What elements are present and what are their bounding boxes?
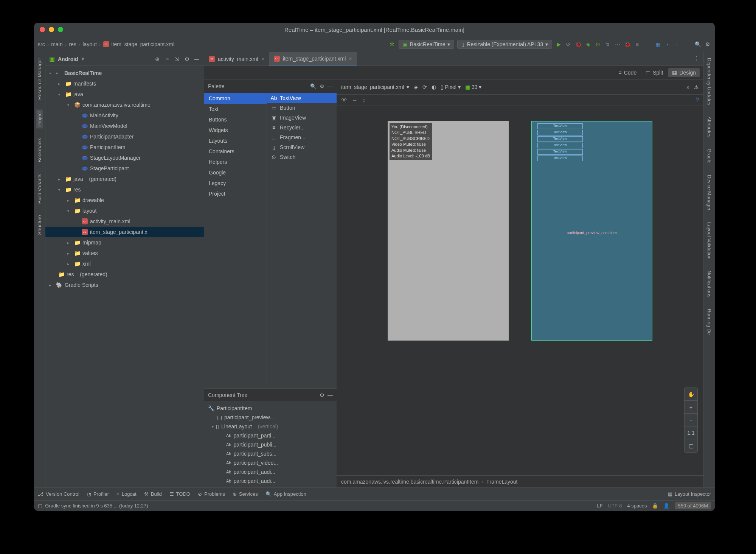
search-icon[interactable]: 🔍: [694, 41, 701, 48]
canvas-breadcrumb-item[interactable]: com.amazonaws.ivs.realtime.basicrealtime…: [341, 479, 478, 485]
collapse-all-icon[interactable]: ⇲: [174, 56, 180, 62]
tool-tab-attributes[interactable]: Attributes: [706, 115, 713, 139]
canvas-breadcrumb-item[interactable]: FrameLayout: [486, 479, 517, 485]
tree-folder[interactable]: res: [73, 187, 81, 193]
eye-icon[interactable]: 👁: [341, 97, 347, 104]
version-control-button[interactable]: ⎇Version Control: [38, 491, 79, 497]
project-view-label[interactable]: Android: [58, 56, 78, 62]
design-view-button[interactable]: ▦Design: [668, 68, 700, 77]
tree-class[interactable]: ParticipantAdapter: [90, 134, 134, 140]
tree-file[interactable]: activity_main.xml: [90, 218, 130, 224]
indent-settings[interactable]: 4 spaces: [627, 503, 647, 509]
services-button[interactable]: ⊕Services: [233, 491, 258, 497]
inspection-icon[interactable]: 👤: [663, 503, 669, 509]
tool-tab-bookmarks[interactable]: Bookmarks: [36, 136, 43, 164]
tree-folder[interactable]: drawable: [82, 197, 104, 203]
zoom-fit-button[interactable]: ▢: [685, 439, 697, 452]
device-dropdown[interactable]: ▯Pixel▾: [441, 84, 461, 90]
palette-category[interactable]: Buttons: [204, 114, 267, 125]
orientation-icon[interactable]: ⟳: [422, 84, 427, 90]
sdk-manager-icon[interactable]: ▪: [664, 41, 671, 48]
expand-all-icon[interactable]: ≡: [164, 56, 171, 62]
more-icon[interactable]: ⋮: [690, 55, 703, 62]
help-icon[interactable]: ?: [695, 97, 699, 104]
minimize-panel-icon[interactable]: —: [328, 83, 333, 89]
hammer-icon[interactable]: ⚒: [389, 41, 396, 48]
tree-class[interactable]: MainActivity: [90, 112, 118, 118]
palette-category[interactable]: Helpers: [204, 157, 267, 167]
debug-button[interactable]: 🐞: [575, 41, 582, 48]
tool-tab-build-variants[interactable]: Build Variants: [36, 172, 43, 205]
zoom-out-button[interactable]: −: [685, 414, 697, 426]
memory-indicator[interactable]: 559 of 4096M: [675, 502, 711, 509]
minimize-panel-icon[interactable]: —: [328, 392, 333, 398]
tool-tab-gradle[interactable]: Gradle: [706, 147, 713, 165]
palette-category[interactable]: Google: [204, 167, 267, 178]
palette-category[interactable]: Common: [204, 93, 267, 104]
close-icon[interactable]: ×: [349, 56, 352, 62]
search-icon[interactable]: 🔍: [310, 83, 317, 89]
palette-item[interactable]: ≡Recycler...: [267, 123, 337, 132]
tree-folder[interactable]: java: [73, 91, 83, 97]
profiler-button[interactable]: ◔Profiler: [87, 491, 109, 497]
zoom-reset-button[interactable]: 1:1: [685, 426, 697, 439]
palette-category[interactable]: Legacy: [204, 178, 267, 188]
gear-icon[interactable]: ⚙: [320, 83, 324, 89]
component-node[interactable]: ParticipantItem: [217, 405, 252, 411]
gear-icon[interactable]: ⚙: [704, 41, 711, 48]
component-node[interactable]: participant_audi...: [233, 478, 275, 484]
avd-manager-icon[interactable]: ▦: [654, 41, 661, 48]
stop-button[interactable]: ■: [634, 41, 641, 48]
tool-tab-notifications[interactable]: Notifications: [706, 269, 713, 299]
tool-tab-structure[interactable]: Structure: [36, 213, 43, 237]
palette-categories[interactable]: Common Text Buttons Widgets Layouts Cont…: [204, 93, 267, 388]
palette-item[interactable]: ▣ImageView: [267, 113, 337, 123]
tree-package[interactable]: com.amazonaws.ivs.realtime: [82, 102, 151, 108]
component-node[interactable]: participant_video...: [233, 460, 278, 466]
expand-icon[interactable]: ↕: [362, 97, 365, 104]
tree-file[interactable]: item_stage_participant.x: [90, 229, 147, 235]
canvas-viewport[interactable]: You (Disconnected) NOT_PUBLISHED NOT_SUB…: [337, 106, 703, 475]
tree-folder[interactable]: values: [82, 250, 98, 256]
api-dropdown[interactable]: ▣33▾: [465, 84, 482, 90]
tool-tab-layout-validation[interactable]: Layout Validation: [706, 220, 713, 261]
device-manager-icon[interactable]: ▫: [674, 41, 681, 48]
palette-item[interactable]: ▯ScrollView: [267, 142, 337, 152]
attach-debugger-icon[interactable]: ↯: [604, 41, 611, 48]
zoom-in-button[interactable]: +: [685, 401, 697, 414]
night-mode-icon[interactable]: ◐: [432, 84, 436, 90]
project-tree[interactable]: ▾▪BasicRealTime ▸📁manifests ▾📁java ▾📦com…: [45, 66, 204, 487]
close-icon[interactable]: ×: [261, 56, 264, 62]
breadcrumb-item[interactable]: main: [51, 41, 62, 47]
navigation-breadcrumb[interactable]: src› main› res› layout› <> item_stage_pa…: [38, 41, 174, 47]
palette-category[interactable]: Widgets: [204, 125, 267, 135]
minimize-panel-icon[interactable]: —: [193, 56, 200, 62]
palette-item[interactable]: ▭Button: [267, 103, 337, 113]
apply-changes-icon[interactable]: ⟳: [565, 41, 572, 48]
split-view-button[interactable]: ◫Split: [642, 68, 667, 77]
warning-icon[interactable]: ⚠: [694, 84, 699, 90]
component-node[interactable]: participant_parti...: [233, 433, 275, 439]
tree-class[interactable]: MainViewModel: [90, 123, 127, 129]
tool-tab-dependency-updates[interactable]: Dependency Updates: [706, 56, 713, 107]
coverage-icon[interactable]: ◈: [585, 41, 591, 48]
pan-button[interactable]: ✋: [685, 388, 697, 401]
tree-folder[interactable]: manifests: [73, 81, 96, 87]
run-config-dropdown[interactable]: ▣ BasicRealTime ▾: [399, 40, 455, 49]
tool-tab-project[interactable]: Project: [36, 109, 43, 128]
blueprint-preview[interactable]: TextView TextView TextView TextView Text…: [531, 121, 652, 341]
layout-inspector-button[interactable]: ▦Layout Inspector: [668, 491, 711, 497]
tree-folder[interactable]: res: [67, 271, 74, 277]
tree-gradle-scripts[interactable]: Gradle Scripts: [65, 282, 98, 288]
logcat-button[interactable]: ≡Logcat: [116, 491, 137, 497]
layout-file-dropdown[interactable]: item_stage_participant.xml ▾: [341, 84, 409, 90]
palette-category[interactable]: Text: [204, 104, 267, 114]
design-preview[interactable]: You (Disconnected) NOT_PUBLISHED NOT_SUB…: [388, 121, 509, 341]
line-separator[interactable]: LF: [597, 503, 602, 509]
more-actions-icon[interactable]: ⋯: [614, 41, 621, 48]
tree-folder[interactable]: layout: [82, 208, 96, 214]
build-button[interactable]: ⚒Build: [144, 491, 162, 497]
overflow-icon[interactable]: »: [686, 84, 689, 90]
breadcrumb-item[interactable]: res: [69, 41, 76, 47]
code-view-button[interactable]: ≡Code: [615, 68, 641, 77]
